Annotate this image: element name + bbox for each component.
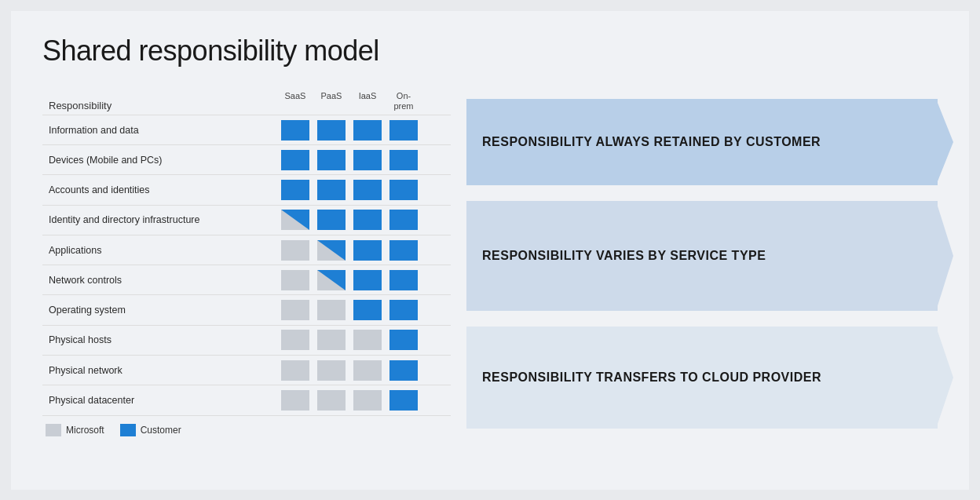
- cell: [350, 239, 385, 262]
- table-row: Network controls: [42, 265, 451, 295]
- cell: [350, 208, 385, 232]
- cell: [386, 268, 421, 292]
- cell: [314, 119, 349, 142]
- row-label: Physical hosts: [42, 334, 278, 345]
- row-label: Accounts and identities: [42, 184, 278, 195]
- banner-varies: RESPONSIBILITY VARIES BY SERVICE TYPE: [466, 201, 938, 311]
- cell: [350, 328, 385, 352]
- cell: [314, 178, 349, 202]
- cell: [314, 298, 349, 322]
- cell: [386, 328, 421, 352]
- legend-microsoft-icon: [46, 424, 61, 436]
- responsibility-header: Responsibility: [42, 100, 278, 111]
- row-cells: [278, 389, 421, 412]
- col-onprem: On-prem: [386, 91, 421, 111]
- table-row: Physical hosts: [42, 326, 451, 356]
- legend-customer-label: Customer: [141, 425, 181, 436]
- banner-cloud-text: RESPONSIBILITY TRANSFERS TO CLOUD PROVID…: [482, 370, 821, 385]
- row-cells: [278, 298, 421, 322]
- row-label: Physical network: [42, 365, 278, 376]
- cell: [314, 359, 349, 382]
- cell: [386, 389, 421, 412]
- cell: [386, 298, 421, 322]
- table-row: Information and data: [42, 115, 451, 145]
- table-row: Devices (Mobile and PCs): [42, 145, 451, 175]
- table-row: Applications: [42, 235, 451, 265]
- cell: [278, 389, 313, 412]
- cell: [278, 208, 313, 232]
- cell: [278, 178, 313, 202]
- cell: [278, 359, 313, 382]
- col-iaas: IaaS: [350, 91, 385, 111]
- cell: [386, 208, 421, 232]
- table-row: Identity and directory infrastructure: [42, 206, 451, 235]
- legend-microsoft-label: Microsoft: [66, 425, 104, 436]
- cell: [278, 298, 313, 322]
- row-cells: [278, 239, 421, 262]
- row-label: Information and data: [42, 125, 278, 136]
- cell: [278, 239, 313, 262]
- cell: [314, 268, 349, 292]
- row-cells: [278, 208, 421, 232]
- row-label: Network controls: [42, 275, 278, 286]
- banner-customer-text: RESPONSIBILITY ALWAYS RETAINED BY CUSTOM…: [482, 135, 821, 149]
- cell: [350, 119, 385, 142]
- cell: [386, 178, 421, 202]
- banners-section: RESPONSIBILITY ALWAYS RETAINED BY CUSTOM…: [451, 91, 938, 436]
- legend-customer-icon: [120, 424, 136, 436]
- cell: [314, 208, 349, 232]
- table-row: Physical network: [42, 356, 451, 385]
- cell: [314, 148, 349, 172]
- row-cells: [278, 119, 421, 142]
- col-paas: PaaS: [314, 91, 349, 111]
- table-row: Physical datacenter: [42, 385, 451, 415]
- cell: [350, 178, 385, 202]
- cell: [314, 389, 349, 412]
- cell: [278, 328, 313, 352]
- cell: [386, 148, 421, 172]
- cell: [350, 389, 385, 412]
- cell: [350, 268, 385, 292]
- column-headers: SaaS PaaS IaaS On-prem: [278, 91, 421, 111]
- table-header: Responsibility SaaS PaaS IaaS On-prem: [42, 91, 451, 115]
- row-label: Identity and directory infrastructure: [42, 214, 278, 225]
- slide-title: Shared responsibility model: [42, 35, 938, 68]
- row-label: Physical datacenter: [42, 395, 278, 406]
- table-row: Operating system: [42, 295, 451, 325]
- cell: [314, 328, 349, 352]
- row-cells: [278, 178, 421, 202]
- table-body: Information and data Devices (Mobile and…: [42, 115, 451, 416]
- cell: [314, 239, 349, 262]
- cell: [278, 268, 313, 292]
- table-section: Responsibility SaaS PaaS IaaS On-prem In…: [42, 91, 451, 436]
- cell: [350, 359, 385, 382]
- slide: Shared responsibility model Responsibili…: [11, 11, 969, 490]
- row-cells: [278, 268, 421, 292]
- row-cells: [278, 328, 421, 352]
- banner-varies-text: RESPONSIBILITY VARIES BY SERVICE TYPE: [482, 249, 766, 263]
- cell: [350, 298, 385, 322]
- content-area: Responsibility SaaS PaaS IaaS On-prem In…: [42, 91, 938, 436]
- table-row: Accounts and identities: [42, 175, 451, 205]
- row-label: Applications: [42, 245, 278, 256]
- row-cells: [278, 148, 421, 172]
- banner-customer: RESPONSIBILITY ALWAYS RETAINED BY CUSTOM…: [466, 99, 938, 185]
- legend-microsoft: Microsoft: [46, 424, 104, 436]
- cell: [386, 359, 421, 382]
- cell: [386, 239, 421, 262]
- legend-customer: Customer: [120, 424, 181, 436]
- cell: [350, 148, 385, 172]
- cell: [278, 119, 313, 142]
- row-cells: [278, 359, 421, 382]
- banner-cloud: RESPONSIBILITY TRANSFERS TO CLOUD PROVID…: [466, 327, 938, 429]
- legend: Microsoft Customer: [42, 424, 451, 436]
- col-saas: SaaS: [278, 91, 313, 111]
- cell: [278, 148, 313, 172]
- row-label: Devices (Mobile and PCs): [42, 155, 278, 166]
- cell: [386, 119, 421, 142]
- row-label: Operating system: [42, 305, 278, 316]
